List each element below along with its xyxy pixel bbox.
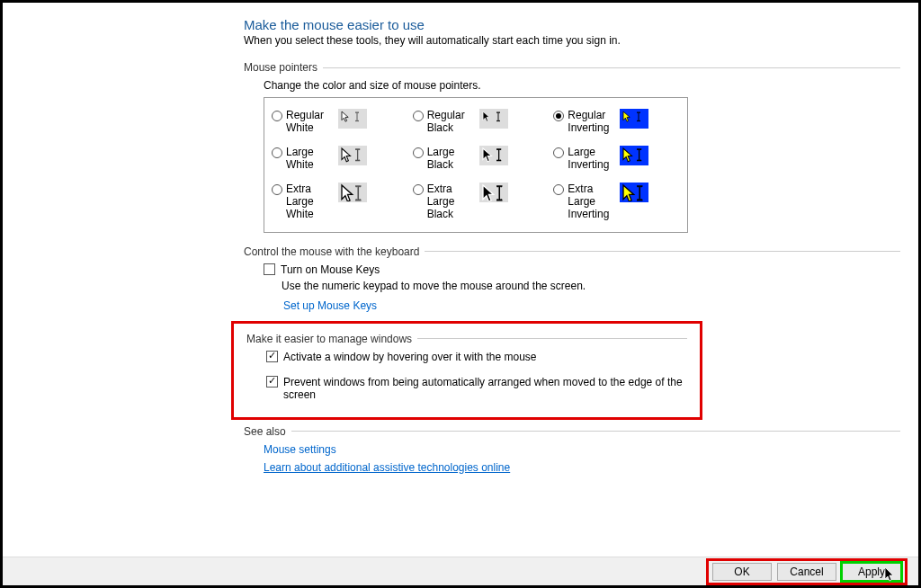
pointer-preview bbox=[479, 183, 508, 202]
highlight-manage-windows: Make it easier to manage windows Activat… bbox=[231, 321, 702, 420]
pointer-options-grid: Regular WhiteRegular BlackRegular Invert… bbox=[264, 97, 688, 233]
prevent-snap-checkbox[interactable] bbox=[266, 376, 278, 388]
pointer-label: Regular Black bbox=[427, 109, 478, 135]
pointer-option[interactable]: Extra Large Inverting bbox=[546, 177, 687, 227]
pointer-radio[interactable] bbox=[272, 147, 282, 158]
highlight-footer-buttons: OK Cancel Apply bbox=[706, 558, 908, 585]
activate-hover-row[interactable]: Activate a window by hovering over it wi… bbox=[266, 351, 687, 363]
pointer-caption: Change the color and size of mouse point… bbox=[264, 79, 900, 92]
page-title: Make the mouse easier to use bbox=[244, 17, 900, 32]
pointer-preview bbox=[338, 109, 367, 129]
pointer-radio[interactable] bbox=[272, 184, 282, 195]
pointer-option[interactable]: Extra Large Black bbox=[406, 177, 547, 227]
pointer-preview bbox=[338, 146, 367, 165]
pointer-label: Regular Inverting bbox=[568, 109, 618, 135]
setup-mousekeys-link[interactable]: Set up Mouse Keys bbox=[283, 299, 900, 312]
pointer-option[interactable]: Regular Inverting bbox=[546, 103, 687, 140]
pointer-label: Regular White bbox=[286, 109, 336, 135]
mouse-settings-link[interactable]: Mouse settings bbox=[264, 443, 900, 456]
pointer-radio[interactable] bbox=[413, 147, 424, 158]
section-manage-windows: Make it easier to manage windows bbox=[246, 333, 687, 345]
pointer-preview bbox=[338, 183, 367, 202]
mousekeys-label: Turn on Mouse Keys bbox=[281, 263, 380, 276]
pointer-label: Large Black bbox=[427, 146, 478, 172]
pointer-label: Extra Large Black bbox=[427, 183, 478, 221]
pointer-label: Large Inverting bbox=[568, 146, 618, 172]
pointer-radio[interactable] bbox=[553, 184, 564, 195]
pointer-option[interactable]: Large White bbox=[264, 140, 406, 177]
activate-hover-label: Activate a window by hovering over it wi… bbox=[283, 351, 536, 363]
activate-hover-checkbox[interactable] bbox=[266, 351, 278, 362]
apply-button[interactable]: Apply bbox=[842, 563, 901, 581]
pointer-option[interactable]: Regular White bbox=[264, 103, 406, 140]
section-keyboard-control: Control the mouse with the keyboard bbox=[244, 245, 900, 258]
pointer-option[interactable]: Regular Black bbox=[406, 103, 547, 140]
cancel-button[interactable]: Cancel bbox=[777, 563, 836, 581]
pointer-preview bbox=[620, 183, 648, 202]
page-subtitle: When you select these tools, they will a… bbox=[244, 34, 900, 47]
section-mouse-pointers: Mouse pointers bbox=[244, 61, 900, 74]
pointer-radio[interactable] bbox=[413, 184, 424, 195]
mousekeys-checkbox-row[interactable]: Turn on Mouse Keys bbox=[264, 263, 900, 276]
prevent-snap-label: Prevent windows from being automatically… bbox=[283, 376, 687, 401]
pointer-preview bbox=[620, 109, 648, 129]
prevent-snap-row[interactable]: Prevent windows from being automatically… bbox=[266, 376, 687, 401]
pointer-option[interactable]: Large Inverting bbox=[546, 140, 687, 177]
pointer-radio[interactable] bbox=[553, 111, 564, 121]
mousekeys-help: Use the numeric keypad to move the mouse… bbox=[282, 280, 900, 292]
pointer-option[interactable]: Extra Large White bbox=[264, 177, 406, 227]
pointer-preview bbox=[479, 146, 508, 165]
pointer-preview bbox=[620, 146, 648, 165]
pointer-label: Extra Large White bbox=[286, 183, 336, 221]
dialog-footer: OK Cancel Apply bbox=[3, 557, 918, 585]
mousekeys-checkbox[interactable] bbox=[264, 263, 275, 275]
pointer-label: Extra Large Inverting bbox=[568, 183, 618, 221]
section-see-also: See also bbox=[244, 425, 900, 438]
pointer-radio[interactable] bbox=[413, 111, 424, 121]
pointer-preview bbox=[479, 109, 508, 129]
pointer-radio[interactable] bbox=[553, 147, 564, 158]
pointer-label: Large White bbox=[286, 146, 336, 172]
pointer-option[interactable]: Large Black bbox=[406, 140, 547, 177]
pointer-radio[interactable] bbox=[272, 111, 282, 121]
ok-button[interactable]: OK bbox=[712, 563, 772, 581]
assistive-tech-link[interactable]: Learn about additional assistive technol… bbox=[264, 461, 900, 474]
